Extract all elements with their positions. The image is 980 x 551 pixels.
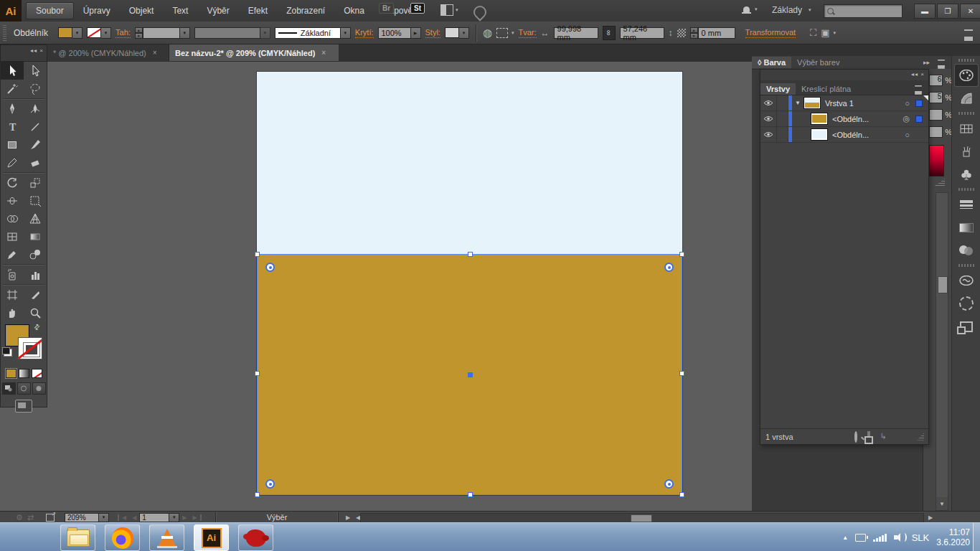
zoom-dropdown-icon[interactable]: ▼: [99, 513, 109, 522]
horizontal-scrollbar-thumb[interactable]: [631, 514, 652, 522]
swatches-panel-icon[interactable]: [955, 118, 978, 139]
stroke-weight-label[interactable]: Tah:: [116, 28, 131, 38]
align-pixel-grid-icon[interactable]: ⛶: [810, 27, 816, 39]
hscroll-right-icon[interactable]: ▶: [925, 512, 936, 522]
visibility-cell[interactable]: [760, 111, 777, 126]
previous-artboard-icon[interactable]: ◀: [129, 514, 139, 521]
taskbar-vlc[interactable]: [149, 524, 184, 551]
layers-collapse-icon[interactable]: ◂◂: [911, 71, 918, 77]
visibility-cell[interactable]: [760, 127, 777, 142]
expand-layer-icon[interactable]: ▼: [795, 100, 801, 106]
lock-cell[interactable]: [777, 111, 788, 126]
next-artboard-icon[interactable]: ▶: [179, 514, 189, 521]
menu-vyber[interactable]: Výběr: [197, 3, 238, 19]
rectangle-object-blue[interactable]: [257, 72, 682, 254]
fill-dropdown[interactable]: ▼: [72, 27, 83, 39]
layers-resize-grip[interactable]: [917, 433, 924, 441]
stock-button[interactable]: St: [410, 4, 425, 12]
color-button[interactable]: [6, 369, 17, 378]
collapse-panels-icon[interactable]: ▸▸: [923, 59, 930, 66]
object-target-icon[interactable]: ○: [905, 131, 910, 139]
volume-icon[interactable]: [894, 535, 897, 540]
tab-color-picker[interactable]: Výběr barev: [791, 57, 845, 68]
isolate-selection-control[interactable]: ▣ ▾: [821, 27, 836, 38]
status-next-icon[interactable]: ▶: [343, 512, 353, 522]
make-clipping-mask-icon[interactable]: [867, 433, 870, 441]
symbol-options-panel-icon[interactable]: [955, 293, 978, 314]
artboards-panel-icon[interactable]: [955, 316, 978, 337]
transform-link[interactable]: Transformovat: [745, 28, 796, 38]
corner-radius-stepper[interactable]: ▲▼: [690, 27, 698, 39]
layer-row-obdelnik-blue[interactable]: <Obdéln... ○: [760, 127, 928, 143]
stroke-weight-field[interactable]: [143, 27, 180, 39]
zoom-level-field[interactable]: 209%: [65, 513, 99, 522]
brush-definition-dropdown[interactable]: ▼: [341, 27, 351, 39]
menu-soubor[interactable]: Soubor: [26, 2, 74, 19]
export-button[interactable]: ↗: [46, 512, 55, 522]
scale-tool[interactable]: [24, 174, 47, 192]
stroke-color-box[interactable]: [18, 337, 42, 359]
magic-wand-tool[interactable]: [1, 80, 24, 98]
menu-zobrazeni[interactable]: Zobrazení: [277, 3, 334, 19]
toolbar-collapse-icon[interactable]: ◂◂: [30, 47, 37, 54]
shape-height-field[interactable]: 57,246 mm: [620, 27, 664, 39]
opacity-control[interactable]: 100% ▶: [378, 27, 421, 39]
tab-layers[interactable]: Vrstvy: [760, 83, 796, 95]
gradient-panel-icon[interactable]: [955, 217, 978, 238]
visibility-cell[interactable]: [760, 95, 777, 110]
lasso-tool[interactable]: [24, 80, 47, 98]
first-artboard-icon[interactable]: ◀: [118, 514, 129, 521]
toolbar-panel-header[interactable]: ◂◂ ×: [0, 44, 47, 62]
rotate-tool[interactable]: [1, 174, 24, 192]
direct-selection-tool[interactable]: [24, 62, 47, 80]
notifications-button[interactable]: ▾: [743, 6, 758, 12]
link-dimensions-icon[interactable]: ∞: [603, 26, 616, 40]
search-input[interactable]: [824, 4, 903, 18]
corner-widget-top-right[interactable]: [664, 263, 674, 272]
clock[interactable]: 11:07 3.6.2020: [936, 527, 970, 547]
symbols-panel-icon[interactable]: [955, 164, 978, 185]
width-tool[interactable]: [1, 192, 24, 209]
color-panel-menu-icon[interactable]: [938, 60, 945, 65]
brush-definition-field[interactable]: Základní: [275, 27, 341, 39]
taskbar-firefox[interactable]: [105, 524, 140, 551]
color-spectrum-bar[interactable]: [929, 145, 944, 176]
eraser-tool[interactable]: [24, 154, 47, 171]
layer-row-vrstva1[interactable]: ▼ Vrstva 1 ○: [760, 95, 928, 111]
draw-normal-mode[interactable]: [2, 382, 16, 395]
corner-widget-bottom-right[interactable]: [664, 479, 674, 489]
minimize-button[interactable]: ▬: [914, 4, 936, 19]
corner-radius-field[interactable]: 0 mm: [698, 27, 735, 39]
draw-behind-mode[interactable]: [17, 382, 31, 395]
stroke-color-control[interactable]: ▼: [87, 27, 111, 39]
cc-libraries-panel-icon[interactable]: [955, 270, 978, 291]
selection-tool[interactable]: [1, 62, 24, 80]
vertical-scrollbar[interactable]: ▼: [936, 192, 948, 511]
sync-settings-icon[interactable]: ⚙: [16, 513, 23, 522]
keyboard-language[interactable]: SLK: [912, 532, 930, 543]
lock-cell[interactable]: [777, 95, 788, 110]
document-setup-icon[interactable]: ◍: [483, 27, 492, 39]
style-dropdown[interactable]: ▼: [459, 27, 469, 39]
gradient-tool[interactable]: [24, 227, 47, 245]
color-panel-resize-grip[interactable]: [935, 179, 945, 186]
object-name[interactable]: <Obdéln...: [832, 131, 869, 139]
workspace-switcher[interactable]: Základy ▾: [772, 5, 811, 15]
selection-center-point[interactable]: [468, 372, 473, 377]
menu-okna[interactable]: Okna: [334, 3, 374, 19]
layers-panel-menu-icon[interactable]: [915, 85, 922, 91]
type-tool[interactable]: T: [1, 118, 24, 136]
object-selected-indicator[interactable]: [915, 116, 923, 123]
menu-objekt[interactable]: Objekt: [120, 3, 164, 19]
black-field[interactable]: [929, 126, 943, 138]
object-name[interactable]: <Obdéln...: [832, 115, 869, 123]
artboard-dropdown-icon[interactable]: ▼: [169, 513, 179, 522]
none-button[interactable]: [32, 369, 42, 378]
dock-grip[interactable]: [958, 188, 974, 191]
artboard-tool[interactable]: [1, 286, 24, 303]
curvature-tool[interactable]: [24, 100, 47, 118]
stroke-weight-stepper[interactable]: ▲▼: [135, 27, 143, 39]
object-thumbnail[interactable]: [811, 128, 828, 141]
style-label[interactable]: Styl:: [425, 28, 440, 38]
corner-type-icon[interactable]: [677, 29, 686, 37]
